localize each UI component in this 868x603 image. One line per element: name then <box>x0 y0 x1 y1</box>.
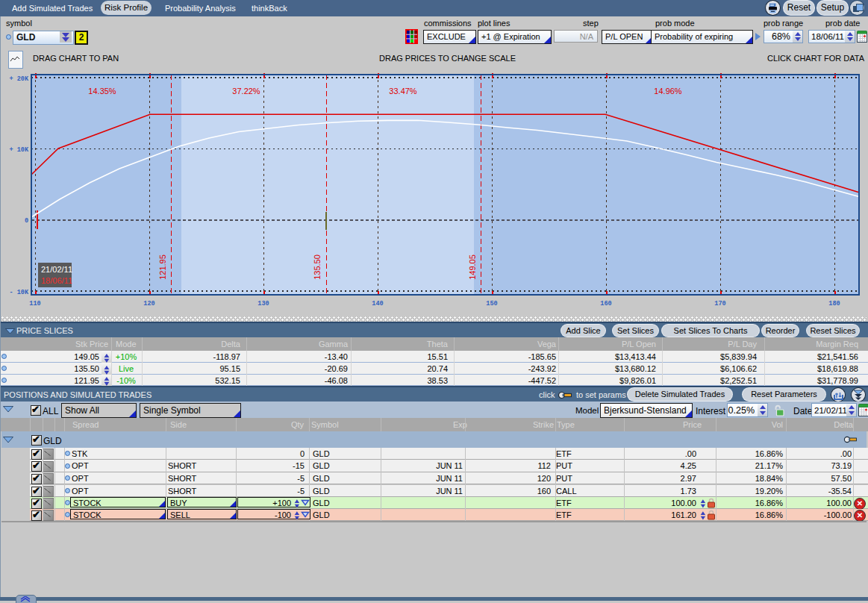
svg-text:149.05: 149.05 <box>468 254 477 280</box>
svg-text:33.47%: 33.47% <box>389 87 417 96</box>
svg-text:160: 160 <box>600 300 611 307</box>
svg-text:140: 140 <box>372 300 383 307</box>
svg-text:0: 0 <box>25 217 28 225</box>
svg-text:18/06/11: 18/06/11 <box>41 276 72 285</box>
svg-text:14.35%: 14.35% <box>88 87 116 96</box>
svg-text:150: 150 <box>486 300 497 307</box>
svg-text:21/02/11: 21/02/11 <box>41 265 72 274</box>
svg-text:+ 10K: + 10K <box>9 146 28 154</box>
svg-text:120: 120 <box>143 300 154 307</box>
svg-text:37.22%: 37.22% <box>232 87 260 96</box>
svg-text:135.50: 135.50 <box>313 254 322 280</box>
svg-text:- 10K: - 10K <box>9 289 28 296</box>
svg-text:+ 20K: + 20K <box>9 75 28 83</box>
svg-text:110: 110 <box>29 300 40 307</box>
svg-text:180: 180 <box>828 300 840 307</box>
svg-text:130: 130 <box>257 300 269 307</box>
svg-text:121.95: 121.95 <box>158 254 167 280</box>
svg-text:14.96%: 14.96% <box>654 87 682 96</box>
svg-text:170: 170 <box>714 300 725 307</box>
